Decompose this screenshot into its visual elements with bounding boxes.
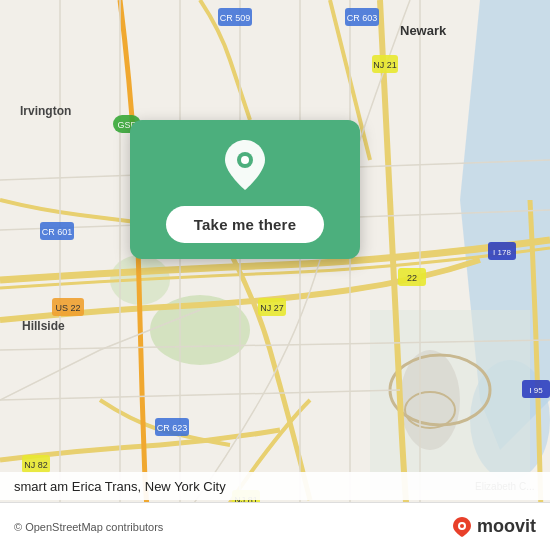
svg-text:NJ 27: NJ 27: [260, 303, 284, 313]
location-pin-icon: [218, 138, 272, 192]
svg-text:NJ 21: NJ 21: [373, 60, 397, 70]
svg-text:CR 509: CR 509: [220, 13, 251, 23]
map-container: CR 509 CR 603 NJ 21 GSP CR 601 I 178 22 …: [0, 0, 550, 550]
map-background: CR 509 CR 603 NJ 21 GSP CR 601 I 178 22 …: [0, 0, 550, 550]
osm-attribution: © OpenStreetMap contributors: [14, 521, 163, 533]
moovit-text: moovit: [477, 516, 536, 537]
svg-text:CR 601: CR 601: [42, 227, 73, 237]
bottom-bar: © OpenStreetMap contributors moovit: [0, 502, 550, 550]
svg-text:Newark: Newark: [400, 23, 447, 38]
svg-text:22: 22: [407, 273, 417, 283]
svg-text:Irvington: Irvington: [20, 104, 71, 118]
take-me-there-button[interactable]: Take me there: [166, 206, 324, 243]
location-title-bar: smart am Erica Trans, New York City: [0, 472, 550, 500]
moovit-logo: moovit: [451, 516, 536, 538]
svg-text:Hillside: Hillside: [22, 319, 65, 333]
location-title-text: smart am Erica Trans, New York City: [14, 479, 226, 494]
location-card: Take me there: [130, 120, 360, 259]
svg-text:CR 623: CR 623: [157, 423, 188, 433]
svg-text:US 22: US 22: [55, 303, 80, 313]
svg-text:NJ 82: NJ 82: [24, 460, 48, 470]
svg-point-51: [241, 156, 249, 164]
svg-text:CR 603: CR 603: [347, 13, 378, 23]
svg-text:I 95: I 95: [529, 386, 543, 395]
svg-point-53: [460, 524, 464, 528]
svg-text:I 178: I 178: [493, 248, 511, 257]
moovit-pin-icon: [451, 516, 473, 538]
